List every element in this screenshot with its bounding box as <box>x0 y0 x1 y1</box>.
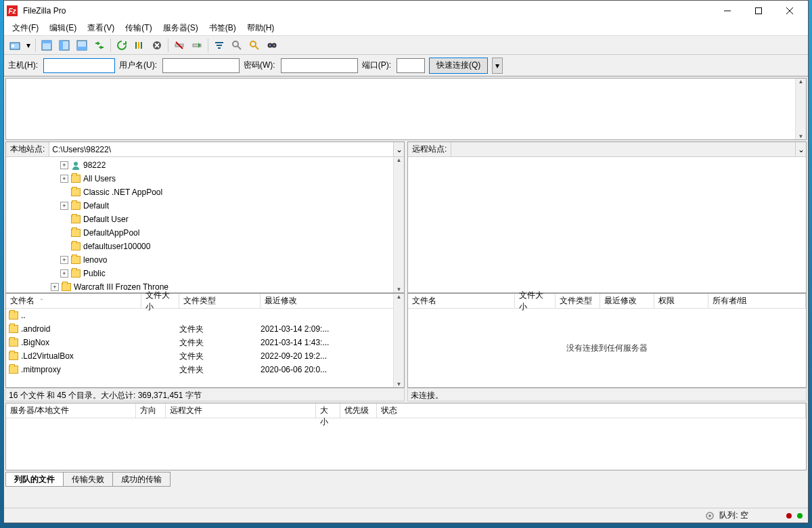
folder-icon <box>9 325 18 333</box>
expand-icon[interactable]: + <box>60 175 68 183</box>
tree-item[interactable]: +Warcraft III Frozen Throne <box>6 280 404 292</box>
local-tree-scrollbar[interactable]: ▲▼ <box>393 157 404 292</box>
binoculars-icon[interactable] <box>264 37 280 53</box>
tab-queued[interactable]: 列队的文件 <box>5 472 64 487</box>
quickconnect-button[interactable]: 快速连接(Q) <box>429 58 488 74</box>
close-button[interactable] <box>774 1 805 21</box>
remote-list-header: 文件名 文件大小 文件类型 最近修改 权限 所有者/组 <box>408 294 806 309</box>
compare-icon[interactable] <box>229 37 245 53</box>
local-list-scrollbar[interactable]: ▲▼ <box>393 294 404 387</box>
expand-icon[interactable]: + <box>60 161 68 169</box>
tree-item[interactable]: +98222 <box>6 158 404 172</box>
menu-edit[interactable]: 编辑(E) <box>44 21 82 35</box>
local-path-input[interactable] <box>49 142 393 156</box>
expand-icon[interactable]: + <box>51 283 59 291</box>
file-row[interactable]: .android文件夹2021-03-14 2:09:... <box>6 322 404 336</box>
maximize-button[interactable] <box>743 1 774 21</box>
file-type: 文件夹 <box>179 337 261 349</box>
toggle-log-icon[interactable] <box>39 37 55 53</box>
col-modified[interactable]: 最近修改 <box>261 294 404 308</box>
menu-help[interactable]: 帮助(H) <box>242 21 280 35</box>
tree-item[interactable]: +All Users <box>6 172 404 185</box>
local-file-list[interactable]: 文件名 ⌃ 文件大小 文件类型 最近修改 ...android文件夹2021-0… <box>5 293 405 388</box>
expand-icon <box>60 242 68 250</box>
col-filetype[interactable]: 文件类型 <box>179 294 261 308</box>
cancel-icon[interactable] <box>149 37 165 53</box>
qcol-server[interactable]: 服务器/本地文件 <box>6 403 136 418</box>
col-r-perm[interactable]: 权限 <box>654 294 708 308</box>
svg-rect-13 <box>138 42 139 49</box>
qcol-remote[interactable]: 远程文件 <box>166 403 316 418</box>
menu-bookmarks[interactable]: 书签(B) <box>204 21 242 35</box>
tree-item[interactable]: +Default <box>6 199 404 213</box>
app-icon: Fz <box>7 5 18 16</box>
menu-file[interactable]: 文件(F) <box>7 21 44 35</box>
tree-item-label: 98222 <box>83 160 106 170</box>
host-input[interactable] <box>43 58 115 73</box>
port-input[interactable] <box>397 58 425 73</box>
menu-server[interactable]: 服务器(S) <box>158 21 204 35</box>
site-manager-icon[interactable] <box>7 37 23 53</box>
tab-success[interactable]: 成功的传输 <box>112 472 171 487</box>
sync-browse-icon[interactable] <box>91 37 108 53</box>
toggle-queue-icon[interactable] <box>74 37 90 53</box>
search-icon[interactable] <box>246 37 263 53</box>
file-row[interactable]: .Ld2VirtualBox文件夹2022-09-20 19:2... <box>6 349 404 363</box>
col-r-owner[interactable]: 所有者/组 <box>708 294 806 308</box>
expand-icon[interactable]: + <box>60 269 68 278</box>
file-name: .Ld2VirtualBox <box>21 351 74 361</box>
filter-icon[interactable] <box>211 37 227 53</box>
qcol-dir[interactable]: 方向 <box>136 403 166 418</box>
remote-tree[interactable] <box>408 157 806 292</box>
svg-point-31 <box>273 44 275 46</box>
tree-item[interactable]: +Public <box>6 267 404 280</box>
tree-item[interactable]: Default User <box>6 213 404 226</box>
tree-item[interactable]: Classic .NET AppPool <box>6 185 404 199</box>
minimize-button[interactable] <box>712 1 743 21</box>
quickconnect-dropdown[interactable]: ▾ <box>492 58 503 74</box>
file-row[interactable]: .. <box>6 309 404 322</box>
tree-item[interactable]: +lenovo <box>6 253 404 267</box>
menu-transfer[interactable]: 传输(T) <box>120 21 157 35</box>
tree-item-label: DefaultAppPool <box>83 228 139 238</box>
col-filename[interactable]: 文件名 ⌃ <box>6 294 141 308</box>
username-input[interactable] <box>162 58 240 73</box>
col-filesize[interactable]: 文件大小 <box>141 294 179 308</box>
tab-failed[interactable]: 传输失败 <box>63 472 113 487</box>
reconnect-icon[interactable] <box>189 37 205 53</box>
user-folder-icon <box>71 160 81 170</box>
file-row[interactable]: .mitmproxy文件夹2020-06-06 20:0... <box>6 363 404 376</box>
col-r-modified[interactable]: 最近修改 <box>600 294 654 308</box>
qcol-status[interactable]: 状态 <box>377 403 806 418</box>
qcol-size[interactable]: 大小 <box>316 403 340 418</box>
remote-path-dropdown[interactable]: ⌄ <box>795 142 806 156</box>
tree-item[interactable]: defaultuser100000 <box>6 240 404 253</box>
file-row[interactable]: .BigNox文件夹2021-03-14 1:43:... <box>6 336 404 349</box>
process-queue-icon[interactable] <box>131 37 148 53</box>
remote-path-input[interactable] <box>451 142 795 156</box>
transfer-queue[interactable]: 服务器/本地文件 方向 远程文件 大小 优先级 状态 <box>5 403 807 470</box>
password-input[interactable] <box>281 58 358 73</box>
col-r-filesize[interactable]: 文件大小 <box>515 294 556 308</box>
message-log[interactable]: ▲▼ <box>5 78 807 140</box>
local-tree[interactable]: +98222+All UsersClassic .NET AppPool+Def… <box>6 157 404 292</box>
menu-bar: 文件(F) 编辑(E) 查看(V) 传输(T) 服务器(S) 书签(B) 帮助(… <box>4 21 808 36</box>
qcol-prio[interactable]: 优先级 <box>340 403 377 418</box>
tree-item-label: lenovo <box>83 255 107 265</box>
disconnect-icon[interactable] <box>171 37 187 53</box>
col-r-filetype[interactable]: 文件类型 <box>556 294 600 308</box>
toggle-tree-icon[interactable] <box>56 37 72 53</box>
expand-icon[interactable]: + <box>60 256 68 264</box>
local-path-dropdown[interactable]: ⌄ <box>393 142 404 156</box>
quickconnect-bar: 主机(H): 用户名(U): 密码(W): 端口(P): 快速连接(Q) ▾ <box>4 55 808 76</box>
site-manager-dropdown-icon[interactable]: ▾ <box>24 37 32 53</box>
menu-view[interactable]: 查看(V) <box>82 21 120 35</box>
remote-file-list[interactable]: 文件名 文件大小 文件类型 最近修改 权限 所有者/组 没有连接到任何服务器 <box>407 293 807 388</box>
tree-item[interactable]: DefaultAppPool <box>6 226 404 240</box>
refresh-icon[interactable] <box>114 37 130 53</box>
folder-icon <box>71 175 81 183</box>
svg-point-30 <box>269 44 271 46</box>
expand-icon[interactable]: + <box>60 202 68 210</box>
col-r-filename[interactable]: 文件名 <box>408 294 515 308</box>
log-scrollbar[interactable]: ▲▼ <box>795 79 806 139</box>
